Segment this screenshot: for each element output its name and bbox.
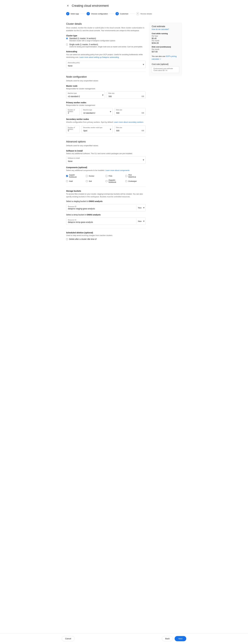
cost-per-hour-value: $0.40 (152, 37, 179, 40)
primary-machine-type-select[interactable]: n2-standard-2 (82, 108, 113, 115)
components-checkbox-group: JupyterNotebook Docker Flink HiveWebHCat… (66, 174, 146, 183)
secondary-worker-link[interactable]: Learn more about secondary workers (114, 121, 143, 123)
master-disk-size-input[interactable] (107, 91, 146, 99)
staging-bucket-wrapper: Resource ID dataproc-staging-gwas-analys… (66, 204, 146, 212)
cost-per-hour-label: Per hour (152, 35, 179, 37)
component-zeppelin-checkbox[interactable] (106, 180, 108, 182)
node-config-title: Node configuration (66, 76, 146, 78)
autoscaling-section: Autoscaling You can select an autoscalin… (66, 50, 146, 68)
radio-single-node-sublabel: Useful for testing and experimentation. … (69, 46, 143, 48)
component-solr-checkbox[interactable] (86, 180, 88, 182)
secondary-disk-size-unit: GB (142, 130, 144, 132)
advanced-options-title: Advanced options (66, 140, 146, 143)
next-button[interactable]: Next (174, 636, 186, 641)
cost-running-label: Cost while running (152, 32, 179, 34)
staging-badge: New (137, 206, 143, 210)
secondary-node-type-select[interactable]: Spot (82, 126, 113, 133)
software-desc: Select any additional software. The CLI … (66, 152, 146, 154)
component-docker-label: Docker (89, 175, 94, 177)
component-hive-webhcat-checkbox[interactable] (125, 175, 127, 177)
component-docker[interactable]: Docker (86, 174, 102, 178)
secondary-disk-size-input[interactable] (114, 126, 146, 133)
staging-bucket-right[interactable]: New ▾ (136, 205, 146, 210)
primary-disk-size-unit: GB (142, 112, 144, 114)
cancel-button[interactable]: Cancel (62, 636, 74, 641)
back-button[interactable]: Back (162, 636, 173, 641)
how-calculate-link[interactable]: How do we calculate? (152, 28, 179, 30)
step-choose-config[interactable]: ✓ Choose configuration (86, 12, 108, 15)
radio-option-single-node[interactable]: Single node (1 master, 0 workers) Useful… (66, 43, 146, 48)
component-jupyter[interactable]: JupyterNotebook (66, 174, 82, 178)
cost-per-month-label: Per month (152, 40, 179, 42)
master-node-row: Machine type n2-standard-2 ▾ Disk size G… (66, 91, 146, 99)
primary-worker-desc: Responsible for cluster management (66, 104, 146, 106)
temp-bucket-label: Select a temp bucket in GWAS analysis (66, 214, 146, 216)
secondary-num-workers-wrapper: Number of workers (66, 126, 80, 133)
autoscaling-policy-select[interactable]: None (66, 61, 146, 68)
primary-num-workers-wrapper: Number of workers (66, 108, 80, 115)
master-disk-size-wrapper: Disk size GB (107, 91, 146, 99)
component-zookeeper-checkbox[interactable] (125, 180, 127, 182)
secondary-num-workers-input[interactable] (66, 126, 80, 133)
cost-disk-label: Disk cost (continuous) (152, 46, 179, 48)
component-hudi-checkbox[interactable] (66, 180, 68, 182)
radio-standard[interactable] (66, 38, 68, 39)
cluster-type-radio-group: Standard (1 master, N workers) Standard … (66, 37, 146, 48)
component-solr-label: Solr (89, 180, 92, 182)
master-machine-type-select[interactable]: n2-standard-2 (66, 91, 105, 99)
secondary-worker-title: Secondary worker nodes (66, 118, 146, 120)
staging-bucket-label: Select a staging bucket in GWAS analysis (66, 200, 146, 202)
primary-disk-size-input[interactable] (114, 108, 146, 115)
scheduled-deletion-checkbox[interactable] (66, 238, 68, 240)
advanced-options-desc: Defaults used for any unspecified values (66, 144, 146, 147)
cost-note-label: Cost note (optional) (152, 63, 179, 65)
autoscaling-link[interactable]: Learn more about setting up Dataproc aut… (79, 56, 119, 58)
component-zeppelin[interactable]: ZeppelinNotebook (106, 179, 122, 183)
software-install-select[interactable]: None (66, 156, 146, 164)
component-zookeeper[interactable]: Zookeeper (125, 179, 142, 183)
radio-option-standard[interactable]: Standard (1 master, N workers) Standard … (66, 37, 146, 42)
component-jupyter-checkbox[interactable] (66, 175, 68, 177)
component-flink-checkbox[interactable] (106, 175, 108, 177)
step-1-label: Select app (70, 13, 79, 15)
component-docker-checkbox[interactable] (86, 175, 88, 177)
close-button[interactable]: ✕ (66, 4, 70, 8)
primary-num-workers-input[interactable] (66, 108, 80, 115)
step-select-app[interactable]: ✓ Select app (66, 12, 79, 15)
components-title: Components (optional) (66, 166, 146, 168)
temp-resource-id-label: Resource ID (68, 219, 134, 221)
components-link[interactable]: Learn more about components (105, 169, 130, 172)
component-zeppelin-label: ZeppelinNotebook (108, 179, 116, 183)
step-review-details[interactable]: 4 Review details (136, 12, 152, 15)
secondary-worker-desc: Inherits configuration from primary work… (66, 121, 146, 124)
footer-right-buttons: Back Next (162, 636, 186, 641)
cluster-details-desc: Once created, monitor the cluster or sub… (66, 26, 146, 32)
temp-bucket-right[interactable]: New ▾ (136, 218, 146, 224)
staging-resource-id-value: dataproc-staging-gwas-analysis (68, 208, 134, 210)
component-hive-webhcat[interactable]: HiveWebHCat (125, 174, 142, 178)
component-solr[interactable]: Solr (86, 179, 102, 183)
master-disk-size-unit: GB (142, 95, 144, 97)
stepper: ✓ Select app ✓ Choose configuration 3 Cu… (62, 10, 186, 19)
autoscaling-policy-wrapper: Autoscaling policy None ▾ (66, 61, 146, 68)
software-title: Software to install (66, 150, 146, 152)
storage-section: Select a staging bucket in GWAS analysis… (66, 200, 146, 225)
gcp-pricing-text: You can also use GCP's pricing calculato… (152, 55, 179, 60)
radio-single-node-label: Single node (1 master, 0 workers) (69, 43, 143, 46)
storage-title: Storage buckets (66, 190, 146, 192)
component-flink[interactable]: Flink (106, 174, 122, 178)
radio-single-node[interactable] (66, 44, 68, 46)
temp-bucket-wrapper: Resource ID dataproc-temp-gwas-analysis … (66, 218, 146, 225)
component-hive-webhcat-label: HiveWebHCat (128, 174, 136, 178)
step-customize[interactable]: 3 Customize (116, 12, 128, 15)
cost-note-input[interactable] (152, 66, 179, 73)
primary-worker-title: Primary worker nodes (66, 102, 146, 104)
radio-standard-sublabel: Standard cluster with a range of Datapro… (69, 40, 115, 42)
step-3-circle: 3 (116, 12, 119, 15)
staging-resource-id-label: Resource ID (68, 206, 134, 207)
scheduled-deletion-checkbox-label[interactable]: Delete after a cluster idle time of (66, 238, 146, 240)
component-hudi[interactable]: Hudi (66, 179, 82, 183)
primary-worker-row: Number of workers Machine type n2-standa… (66, 108, 146, 115)
step-4-label: Review details (140, 13, 152, 15)
component-flink-label: Flink (108, 175, 112, 177)
